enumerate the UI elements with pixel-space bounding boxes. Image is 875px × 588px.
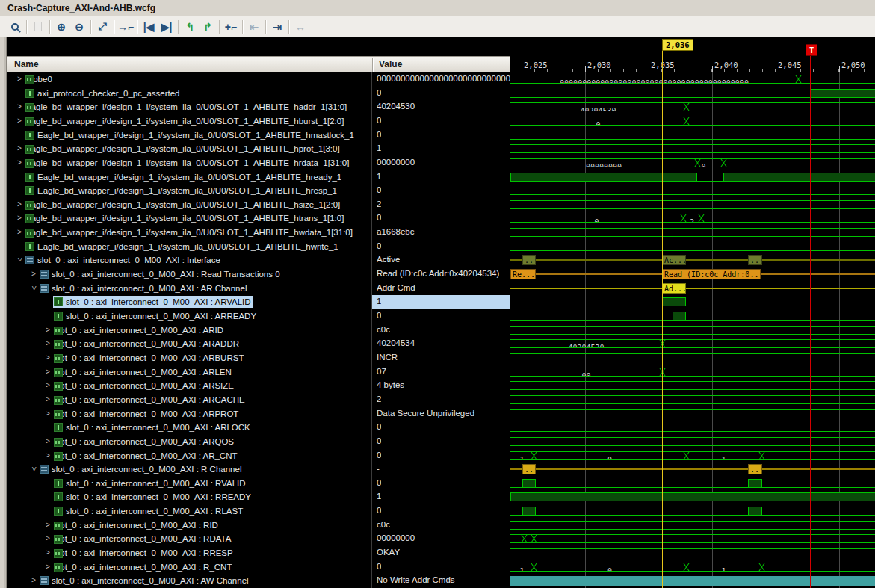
prev-edge-button[interactable]: ↰: [181, 19, 199, 35]
next-transition-button[interactable]: ▶|: [158, 19, 176, 35]
tree-row[interactable]: Eagle_bd_wrapper_i/design_1_i/system_ila…: [7, 129, 371, 143]
wave-row[interactable]: [510, 490, 875, 504]
tree-row[interactable]: axi_protocol_checker_0_pc_asserted: [7, 87, 371, 101]
tree-row[interactable]: >Eagle_bd_wrapper_i/design_1_i/system_il…: [7, 156, 371, 170]
expand-arrow-icon[interactable]: >: [44, 339, 52, 347]
wave-row[interactable]: 101: [510, 449, 875, 463]
wave-row[interactable]: [510, 309, 875, 324]
zoom-fit-button[interactable]: ⤢: [93, 19, 111, 35]
signal-name-cell[interactable]: slot_0 : axi_interconnect_0_M00_AXI : R …: [39, 463, 244, 475]
signal-name-cell[interactable]: Eagle_bd_wrapper_i/design_1_i/system_ila…: [25, 212, 346, 224]
wave-row[interactable]: 0000000000000000000000000000000000000000…: [510, 72, 875, 87]
expand-arrow-icon[interactable]: >: [44, 409, 52, 418]
expand-arrow-icon[interactable]: >: [16, 75, 23, 83]
signal-value-cell[interactable]: Active: [372, 253, 510, 267]
wave-row[interactable]: [510, 198, 875, 212]
zoom-area-button[interactable]: [6, 19, 24, 35]
signal-name-cell[interactable]: Eagle_bd_wrapper_i/design_1_i/system_ila…: [25, 199, 342, 211]
tree-row[interactable]: slot_0 : axi_interconnect_0_M00_AXI : RL…: [7, 504, 371, 519]
signal-value-cell[interactable]: c0c: [372, 519, 510, 533]
wave-row[interactable]: [510, 519, 875, 533]
signal-value-cell[interactable]: 07: [372, 365, 510, 380]
signal-name-cell[interactable]: Eagle_bd_wrapper_i/design_1_i/system_ila…: [25, 171, 344, 183]
signal-name-cell[interactable]: Eagle_bd_wrapper_i/design_1_i/system_ila…: [25, 115, 346, 127]
tree-row[interactable]: >slot_0 : axi_interconnect_0_M00_AXI : A…: [7, 324, 371, 338]
tree-row[interactable]: >slot_0 : axi_interconnect_0_M00_AXI : A…: [7, 574, 371, 588]
signal-value-cell[interactable]: Read (ID:c0c Addr:0x40204534): [372, 267, 510, 282]
wave-row[interactable]: [510, 184, 875, 198]
tree-row[interactable]: Eagle_bd_wrapper_i/design_1_i/system_ila…: [7, 184, 371, 198]
tree-row[interactable]: >Eagle_bd_wrapper_i/design_1_i/system_il…: [7, 226, 371, 240]
wave-row[interactable]: [510, 129, 875, 143]
trigger-marker-label[interactable]: T: [806, 44, 817, 56]
tree-row[interactable]: >probe0: [7, 72, 371, 87]
tree-row[interactable]: >slot_0 : axi_interconnect_0_M00_AXI : A…: [7, 351, 371, 365]
signal-name-cell[interactable]: slot_0 : axi_interconnect_0_M00_AXI : AR…: [53, 450, 239, 462]
signal-value-cell[interactable]: 0: [372, 560, 510, 575]
wave-row[interactable]: [510, 351, 875, 365]
wave-row[interactable]: 0: [510, 114, 875, 129]
signal-name-cell[interactable]: slot_0 : axi_interconnect_0_M00_AXI : R_…: [53, 561, 234, 573]
wave-row[interactable]: [510, 240, 875, 254]
signal-name-cell[interactable]: slot_0 : axi_interconnect_0_M00_AXI : RV…: [53, 477, 248, 489]
collapse-arrow-icon[interactable]: >: [30, 465, 38, 473]
tree-row[interactable]: >Eagle_bd_wrapper_i/design_1_i/system_il…: [7, 100, 371, 114]
signal-value-cell[interactable]: 2: [372, 393, 510, 407]
tree-row[interactable]: >slot_0 : axi_interconnect_0_M00_AXI : A…: [7, 282, 371, 296]
signal-value-cell[interactable]: a1668ebc: [372, 226, 510, 240]
wave-row[interactable]: ...: [510, 532, 875, 546]
signal-name-cell[interactable]: slot_0 : axi_interconnect_0_M00_AXI : AR…: [53, 394, 247, 406]
expand-arrow-icon[interactable]: >: [16, 200, 23, 208]
expand-arrow-icon[interactable]: >: [16, 158, 23, 167]
tree-row[interactable]: >slot_0 : axi_interconnect_0_M00_AXI : I…: [7, 253, 371, 267]
column-resizer[interactable]: [372, 58, 373, 72]
signal-name-cell[interactable]: slot_0 : axi_interconnect_0_M00_AXI : In…: [25, 254, 223, 266]
next-edge-button[interactable]: ↱: [199, 19, 217, 35]
signal-name-cell[interactable]: slot_0 : axi_interconnect_0_M00_AXI : RL…: [53, 505, 245, 517]
tree-row[interactable]: >slot_0 : axi_interconnect_0_M00_AXI : A…: [7, 365, 371, 380]
wave-row[interactable]: 02: [510, 211, 875, 226]
tree-row[interactable]: >Eagle_bd_wrapper_i/design_1_i/system_il…: [7, 114, 371, 129]
signal-name-cell[interactable]: slot_0 : axi_interconnect_0_M00_AXI : AR…: [53, 352, 246, 364]
signal-value-cell[interactable]: 1: [372, 490, 510, 504]
signal-value-cell[interactable]: 0: [372, 421, 510, 435]
tree-row[interactable]: >slot_0 : axi_interconnect_0_M00_AXI : A…: [7, 379, 371, 393]
expand-arrow-icon[interactable]: >: [16, 117, 23, 125]
add-marker-button[interactable]: +⌐: [222, 19, 240, 35]
signal-value-cell[interactable]: 00000000: [372, 532, 510, 546]
signal-value-cell[interactable]: 00000000: [372, 156, 510, 170]
tree-row[interactable]: slot_0 : axi_interconnect_0_M00_AXI : RV…: [7, 477, 371, 491]
expand-arrow-icon[interactable]: >: [44, 353, 52, 362]
signal-name-cell[interactable]: Eagle_bd_wrapper_i/design_1_i/system_ila…: [25, 226, 355, 238]
signal-name-cell[interactable]: axi_protocol_checker_0_pc_asserted: [25, 87, 182, 99]
wave-row[interactable]: 40204530: [510, 100, 875, 114]
signal-value-cell[interactable]: Data Secure Unprivileged: [372, 407, 510, 421]
waveform-panel[interactable]: 2,0252,0302,0352,0402,0452,0500000000000…: [510, 37, 875, 588]
signal-value-cell[interactable]: 0: [372, 449, 510, 463]
signal-value-cell[interactable]: 0: [372, 309, 510, 324]
wave-row[interactable]: [510, 574, 875, 588]
wave-row[interactable]: 40204530: [510, 337, 875, 351]
signal-name-cell[interactable]: slot_0 : axi_interconnect_0_M00_AXI : AR…: [53, 436, 236, 448]
next-marker-button[interactable]: ⇥: [268, 19, 286, 35]
signal-name-cell[interactable]: slot_0 : axi_interconnect_0_M00_AXI : AR…: [53, 366, 234, 378]
signal-name-cell[interactable]: Eagle_bd_wrapper_i/design_1_i/system_ila…: [25, 143, 342, 155]
expand-arrow-icon[interactable]: >: [16, 144, 23, 152]
wave-row[interactable]: [510, 226, 875, 240]
signal-value-cell[interactable]: 0: [372, 435, 510, 449]
tree-row[interactable]: >Eagle_bd_wrapper_i/design_1_i/system_il…: [7, 211, 371, 226]
signal-value-cell[interactable]: 4 bytes: [372, 379, 510, 393]
name-column-header[interactable]: Name: [14, 59, 39, 69]
wave-row[interactable]: [510, 295, 875, 309]
signal-value-cell[interactable]: 1: [372, 170, 510, 185]
tree-row[interactable]: >slot_0 : axi_interconnect_0_M00_AXI : R…: [7, 267, 371, 282]
signal-name-cell[interactable]: slot_0 : axi_interconnect_0_M00_AXI : AR…: [53, 324, 226, 336]
signal-name-cell[interactable]: slot_0 : axi_interconnect_0_M00_AXI : AR…: [53, 421, 253, 433]
expand-arrow-icon[interactable]: >: [44, 521, 52, 529]
tree-row[interactable]: >Eagle_bd_wrapper_i/design_1_i/system_il…: [7, 142, 371, 156]
signal-value-cell[interactable]: 1: [372, 295, 510, 309]
tree-row[interactable]: slot_0 : axi_interconnect_0_M00_AXI : RR…: [7, 490, 371, 504]
wave-row[interactable]: [510, 324, 875, 338]
value-column-header[interactable]: Value: [379, 59, 402, 69]
expand-arrow-icon[interactable]: >: [44, 563, 52, 571]
